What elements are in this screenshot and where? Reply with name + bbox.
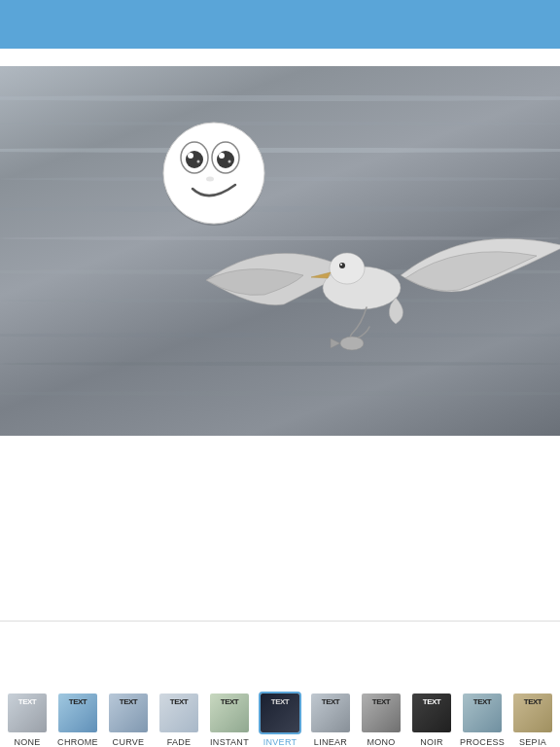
filter-bar: TEXTNONETEXTCHROMETEXTCURVETEXTFADETEXTI… [0,621,560,747]
svg-point-15 [340,337,364,350]
filter-item-instant[interactable]: TEXTINSTANT [206,692,253,747]
filter-label-curve: CURVE [113,737,145,747]
svg-point-13 [339,263,345,268]
svg-point-14 [340,264,342,266]
white-space [0,436,560,621]
filter-item-invert[interactable]: TEXTINVERT [257,692,303,747]
filter-label-none: NONE [14,737,40,747]
bird-image [158,154,560,407]
filter-label-invert: INVERT [263,737,298,747]
filter-item-chrome[interactable]: TEXTCHROME [54,692,101,747]
filter-label-instant: INSTANT [210,737,249,747]
filter-item-noir[interactable]: TEXTNOIR [408,692,455,747]
svg-point-12 [330,253,365,284]
filter-label-linear: LINEAR [314,737,347,747]
filter-scroll-container[interactable]: TEXTNONETEXTCHROMETEXTCURVETEXTFADETEXTI… [0,684,560,747]
filter-label-mono: MONO [367,737,395,747]
photo-container [0,66,560,436]
filter-label-fade: FADE [167,737,192,747]
filter-item-process[interactable]: TEXTPROCESS [459,692,506,747]
filter-label-noir: NOIR [420,737,443,747]
filter-item-sepia[interactable]: TEXTSEPIA [509,692,556,747]
filter-label-sepia: SEPIA [519,737,546,747]
filter-item-curve[interactable]: TEXTCURVE [105,692,152,747]
filter-item-fade[interactable]: TEXTFADE [156,692,202,747]
header [0,0,560,49]
filter-item-mono[interactable]: TEXTMONO [358,692,404,747]
filter-item-linear[interactable]: TEXTLINEAR [307,692,354,747]
filter-item-none[interactable]: TEXTNONE [4,692,51,747]
canvas-area [0,49,560,621]
filter-label-chrome: CHROME [57,737,98,747]
filter-label-process: PROCESS [460,737,505,747]
